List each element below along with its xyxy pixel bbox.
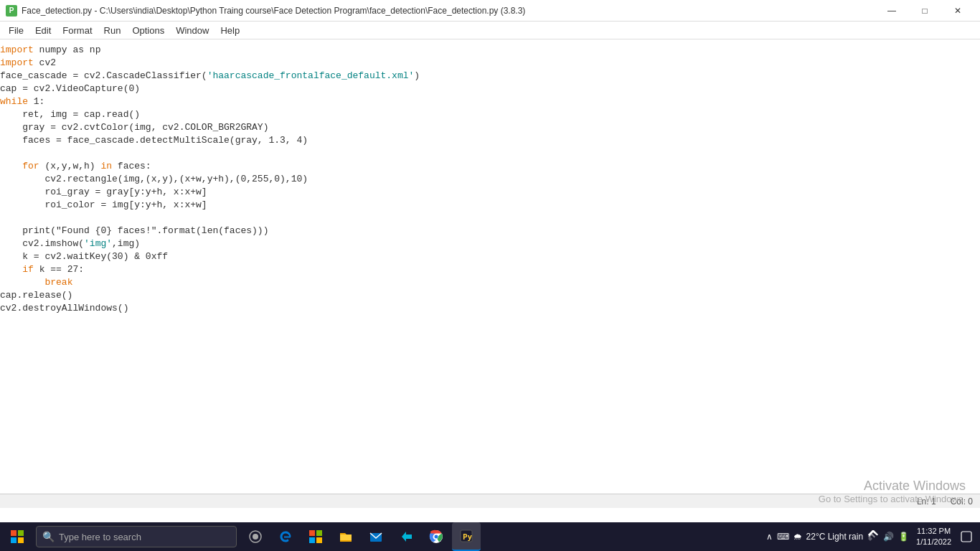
store-button[interactable] [301, 522, 330, 551]
task-view-icon [249, 530, 262, 543]
code-line: import numpy as np [0, 44, 980, 57]
code-line: cap.release() [0, 289, 980, 302]
systray: ∧ ⌨ 🌧 22°C Light rain 🔊 🔋 [760, 530, 915, 544]
keyboard-icon[interactable]: ⌨ [777, 532, 789, 542]
code-line: ret, img = cap.read() [0, 108, 980, 121]
code-line: roi_gray = gray[y:y+h, x:x+w] [0, 186, 980, 199]
svg-rect-8 [309, 537, 315, 543]
status-col: Col: 0 [951, 496, 973, 507]
arrow-icon [399, 529, 413, 544]
svg-rect-7 [316, 530, 322, 536]
code-line: break [0, 276, 980, 289]
python-icon: Py [459, 529, 473, 543]
taskbar-clock[interactable]: 11:32 PM 1/11/2022 [916, 526, 951, 548]
windows-icon [11, 530, 24, 543]
explorer-icon [339, 529, 353, 544]
notification-button[interactable] [956, 522, 977, 551]
svg-rect-9 [316, 537, 322, 543]
code-line: if k == 27: [0, 263, 980, 276]
python-idle-button[interactable]: Py [452, 522, 481, 551]
code-line: faces = face_cascade.detectMultiScale(gr… [0, 134, 980, 147]
svg-rect-2 [11, 537, 17, 543]
menu-help[interactable]: Help [215, 23, 245, 38]
edge-button[interactable] [271, 522, 300, 551]
status-ln: Ln: 1 [917, 496, 936, 507]
code-line: face_cascade = cv2.CascadeClassifier('ha… [0, 70, 980, 83]
code-editor[interactable]: import numpy as np import cv2 face_casca… [0, 39, 980, 494]
svg-rect-3 [18, 537, 24, 543]
maximize-button[interactable]: □ [908, 0, 941, 22]
status-bar: Ln: 1 Col: 0 [0, 494, 980, 508]
edge-icon [278, 529, 293, 544]
notification-icon [961, 531, 972, 542]
svg-rect-16 [961, 532, 971, 542]
menu-bar: File Edit Format Run Options Window Help [0, 22, 980, 39]
menu-file[interactable]: File [3, 23, 29, 38]
chevron-up-icon[interactable]: ∧ [766, 532, 773, 542]
search-icon: 🔍 [42, 531, 55, 542]
minimize-button[interactable]: — [875, 0, 908, 22]
window-title: Face_detection.py - C:\Users\india\Deskt… [22, 6, 875, 16]
battery-icon[interactable]: 🔋 [898, 532, 909, 542]
code-line [0, 147, 980, 160]
app-icon: P [6, 5, 17, 17]
code-line: roi_color = img[y:y+h, x:x+w] [0, 199, 980, 212]
menu-window[interactable]: Window [170, 23, 215, 38]
chrome-button[interactable] [422, 522, 451, 551]
window-controls: — □ ✕ [875, 0, 974, 22]
code-line: print("Found {0} faces!".format(len(face… [0, 225, 980, 237]
svg-rect-0 [11, 530, 17, 536]
weather-temp: 22°C Light rain [806, 532, 864, 542]
search-placeholder: Type here to search [59, 532, 141, 542]
svg-rect-1 [18, 530, 24, 536]
code-line: for (x,y,w,h) in faces: [0, 160, 980, 173]
weather-icon: 🌧 [793, 532, 802, 542]
menu-options[interactable]: Options [126, 23, 170, 38]
clock-time: 11:32 PM [916, 526, 951, 537]
svg-point-5 [253, 534, 258, 540]
code-line: while 1: [0, 95, 980, 108]
title-bar: P Face_detection.py - C:\Users\india\Des… [0, 0, 980, 22]
menu-run[interactable]: Run [98, 23, 127, 38]
code-line: gray = cv2.cvtColor(img, cv2.COLOR_BGR2G… [0, 121, 980, 134]
clock-date: 1/11/2022 [916, 537, 951, 547]
svg-point-13 [435, 535, 438, 539]
menu-edit[interactable]: Edit [29, 23, 57, 38]
code-line: cv2.rectangle(img,(x,y),(x+w,y+h),(0,255… [0, 173, 980, 186]
code-line [0, 212, 980, 225]
close-button[interactable]: ✕ [941, 0, 974, 22]
start-button[interactable] [3, 522, 32, 551]
code-line: cap = cv2.VideoCapture(0) [0, 83, 980, 95]
volume-icon[interactable]: 🔊 [883, 532, 894, 542]
taskbar-search[interactable]: 🔍 Type here to search [36, 526, 237, 547]
task-view-button[interactable] [241, 522, 270, 551]
taskbar: 🔍 Type here to search [0, 522, 980, 551]
menu-format[interactable]: Format [57, 23, 98, 38]
explorer-button[interactable] [331, 522, 360, 551]
store-icon [308, 529, 323, 544]
svg-text:Py: Py [463, 532, 473, 542]
mail-button[interactable] [362, 522, 390, 551]
code-line: cv2.imshow('img',img) [0, 237, 980, 250]
code-line: k = cv2.waitKey(30) & 0xff [0, 250, 980, 263]
svg-rect-6 [309, 530, 315, 536]
edge-button2[interactable] [392, 522, 420, 551]
network-icon[interactable] [867, 530, 879, 544]
code-line: cv2.destroyAllWindows() [0, 302, 980, 315]
mail-icon [369, 529, 383, 544]
chrome-icon [429, 529, 443, 544]
code-line: import cv2 [0, 57, 980, 70]
